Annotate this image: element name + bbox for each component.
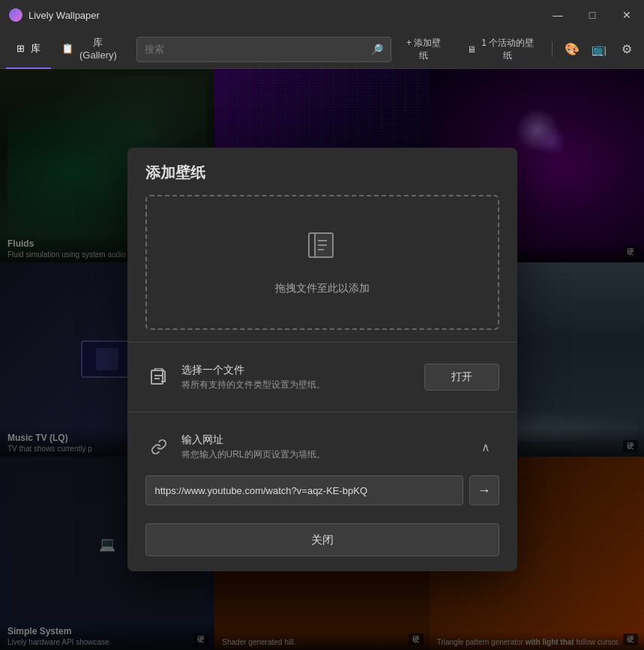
drop-icon <box>304 230 340 273</box>
add-wallpaper-button[interactable]: + 添加壁纸 <box>394 37 454 62</box>
close-modal-button[interactable]: 关闭 <box>145 523 499 556</box>
file-section: 选择一个文件 将所有支持的文件类型设置为壁纸。 打开 <box>127 355 517 400</box>
search-input[interactable] <box>145 43 367 55</box>
nav-tabs: ⊞ 库 📋 库(Gallery) <box>6 30 127 69</box>
maximize-button[interactable]: □ <box>575 0 610 30</box>
minimize-button[interactable]: — <box>541 0 575 30</box>
monitor2-button[interactable]: 📺 <box>588 37 611 62</box>
active-wallpaper-button[interactable]: 🖥 1 个活动的壁纸 <box>457 37 544 62</box>
nav-right: + 添加壁纸 🖥 1 个活动的壁纸 🎨 📺 ⚙ <box>394 37 638 62</box>
file-icon <box>145 364 172 391</box>
modal-overlay: 添加壁纸 拖拽文件至此以添加 <box>0 69 644 650</box>
url-sublabel: 将您输入的URL的网页设置为墙纸。 <box>181 448 463 461</box>
drop-text: 拖拽文件至此以添加 <box>275 282 370 295</box>
file-sublabel: 将所有支持的文件类型设置为壁纸。 <box>181 379 415 391</box>
settings-button[interactable]: ⚙ <box>615 37 638 62</box>
tab-library[interactable]: ⊞ 库 <box>6 30 51 69</box>
window-controls: — □ ✕ <box>541 0 644 30</box>
title-bar: Lively Wallpaper — □ ✕ <box>0 0 644 30</box>
drop-zone[interactable]: 拖拽文件至此以添加 <box>145 195 499 330</box>
grid-icon: ⊞ <box>16 43 25 54</box>
file-label: 选择一个文件 <box>181 364 415 377</box>
url-input-row: → <box>127 469 517 517</box>
search-icon: 🔎 <box>370 43 383 55</box>
open-file-button[interactable]: 打开 <box>424 364 499 391</box>
url-label: 输入网址 <box>181 433 463 447</box>
app-title: Lively Wallpaper <box>28 10 100 21</box>
file-section-text: 选择一个文件 将所有支持的文件类型设置为壁纸。 <box>181 364 415 391</box>
monitor-icon: 🖥 <box>467 44 476 55</box>
url-section: 输入网址 将您输入的URL的网页设置为墙纸。 ∧ <box>127 424 517 469</box>
palette-button[interactable]: 🎨 <box>560 37 583 62</box>
gallery-icon: 📋 <box>61 43 73 54</box>
link-icon <box>145 433 172 460</box>
nav-bar: ⊞ 库 📋 库(Gallery) 🔎 + 添加壁纸 🖥 1 个活动的壁纸 🎨 📺… <box>0 30 644 69</box>
add-wallpaper-modal: 添加壁纸 拖拽文件至此以添加 <box>127 148 517 571</box>
divider-2 <box>127 412 517 412</box>
close-button[interactable]: ✕ <box>610 0 644 30</box>
url-input[interactable] <box>145 475 463 505</box>
tab-gallery[interactable]: 📋 库(Gallery) <box>51 30 127 69</box>
url-go-button[interactable]: → <box>469 475 499 505</box>
svg-rect-7 <box>151 370 163 384</box>
lively-icon <box>9 8 22 22</box>
main-content: Fluids Fluid simulation using system aud… <box>0 69 644 650</box>
nav-divider <box>552 42 553 57</box>
chevron-up-button[interactable]: ∧ <box>472 433 499 460</box>
modal-title: 添加壁纸 <box>145 163 499 183</box>
url-section-text: 输入网址 将您输入的URL的网页设置为墙纸。 <box>181 433 463 461</box>
search-box[interactable]: 🔎 <box>136 37 391 62</box>
divider-1 <box>127 342 517 343</box>
modal-footer: 关闭 <box>127 517 517 571</box>
modal-header: 添加壁纸 <box>127 148 517 195</box>
